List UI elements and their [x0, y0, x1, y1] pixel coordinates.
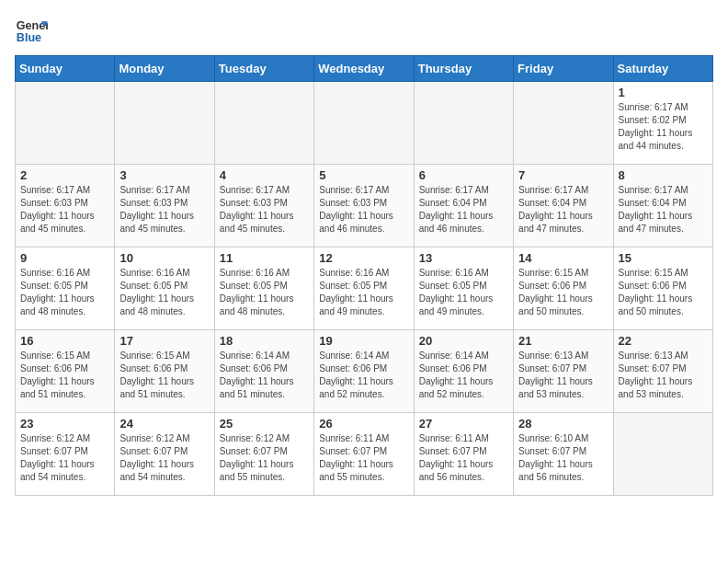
day-info: Sunrise: 6:11 AM Sunset: 6:07 PM Dayligh… [319, 432, 408, 484]
calendar-cell: 6Sunrise: 6:17 AM Sunset: 6:04 PM Daylig… [414, 165, 513, 247]
calendar-cell: 19Sunrise: 6:14 AM Sunset: 6:06 PM Dayli… [314, 330, 414, 413]
calendar-cell: 15Sunrise: 6:15 AM Sunset: 6:06 PM Dayli… [613, 247, 712, 330]
calendar-cell: 12Sunrise: 6:16 AM Sunset: 6:05 PM Dayli… [314, 247, 414, 330]
day-info: Sunrise: 6:17 AM Sunset: 6:03 PM Dayligh… [20, 184, 109, 236]
day-info: Sunrise: 6:12 AM Sunset: 6:07 PM Dayligh… [119, 432, 209, 484]
logo: General Blue [15, 15, 48, 48]
day-info: Sunrise: 6:14 AM Sunset: 6:06 PM Dayligh… [319, 350, 408, 401]
day-number: 15 [619, 251, 708, 265]
week-row-3: 16Sunrise: 6:15 AM Sunset: 6:06 PM Dayli… [16, 330, 713, 413]
day-number: 1 [619, 86, 708, 99]
day-number: 26 [319, 417, 408, 431]
day-info: Sunrise: 6:14 AM Sunset: 6:06 PM Dayligh… [419, 350, 508, 401]
day-info: Sunrise: 6:15 AM Sunset: 6:06 PM Dayligh… [619, 267, 708, 318]
calendar-cell [613, 413, 712, 496]
calendar-cell [115, 82, 214, 165]
day-info: Sunrise: 6:16 AM Sunset: 6:05 PM Dayligh… [319, 267, 408, 318]
page-header: General Blue [15, 15, 713, 48]
day-number: 9 [20, 251, 109, 265]
logo-icon: General Blue [15, 15, 48, 48]
day-info: Sunrise: 6:15 AM Sunset: 6:06 PM Dayligh… [20, 350, 109, 401]
weekday-header-friday: Friday [514, 56, 613, 82]
day-number: 16 [20, 334, 109, 348]
calendar-cell: 28Sunrise: 6:10 AM Sunset: 6:07 PM Dayli… [514, 413, 613, 496]
calendar-cell [314, 82, 414, 165]
calendar-cell [514, 82, 613, 165]
calendar-cell: 9Sunrise: 6:16 AM Sunset: 6:05 PM Daylig… [16, 247, 115, 330]
day-info: Sunrise: 6:16 AM Sunset: 6:05 PM Dayligh… [20, 267, 109, 318]
week-row-0: 1Sunrise: 6:17 AM Sunset: 6:02 PM Daylig… [16, 82, 713, 165]
calendar-cell: 1Sunrise: 6:17 AM Sunset: 6:02 PM Daylig… [613, 82, 712, 165]
weekday-header-sunday: Sunday [16, 56, 115, 82]
day-number: 24 [119, 417, 209, 431]
calendar-cell: 17Sunrise: 6:15 AM Sunset: 6:06 PM Dayli… [115, 330, 214, 413]
calendar-header: SundayMondayTuesdayWednesdayThursdayFrid… [16, 56, 713, 82]
svg-text:Blue: Blue [17, 31, 41, 44]
day-number: 21 [518, 334, 608, 348]
day-number: 12 [319, 251, 408, 265]
day-number: 10 [119, 251, 209, 265]
calendar-cell: 13Sunrise: 6:16 AM Sunset: 6:05 PM Dayli… [414, 247, 513, 330]
day-number: 11 [220, 251, 309, 265]
calendar-cell: 5Sunrise: 6:17 AM Sunset: 6:03 PM Daylig… [314, 165, 414, 247]
day-number: 5 [319, 168, 408, 182]
calendar-table: SundayMondayTuesdayWednesdayThursdayFrid… [15, 55, 713, 496]
week-row-2: 9Sunrise: 6:16 AM Sunset: 6:05 PM Daylig… [16, 247, 713, 330]
calendar-cell: 23Sunrise: 6:12 AM Sunset: 6:07 PM Dayli… [16, 413, 115, 496]
day-info: Sunrise: 6:16 AM Sunset: 6:05 PM Dayligh… [119, 267, 209, 318]
calendar-cell: 25Sunrise: 6:12 AM Sunset: 6:07 PM Dayli… [214, 413, 313, 496]
day-number: 27 [419, 417, 508, 431]
weekday-header-wednesday: Wednesday [314, 56, 414, 82]
calendar-cell [414, 82, 513, 165]
day-number: 6 [419, 168, 508, 182]
weekday-header-monday: Monday [115, 56, 214, 82]
day-info: Sunrise: 6:17 AM Sunset: 6:02 PM Dayligh… [619, 101, 708, 153]
day-info: Sunrise: 6:13 AM Sunset: 6:07 PM Dayligh… [518, 350, 608, 401]
calendar-cell: 16Sunrise: 6:15 AM Sunset: 6:06 PM Dayli… [16, 330, 115, 413]
day-number: 14 [518, 251, 608, 265]
week-row-1: 2Sunrise: 6:17 AM Sunset: 6:03 PM Daylig… [16, 165, 713, 247]
weekday-header-thursday: Thursday [414, 56, 513, 82]
day-number: 8 [619, 168, 708, 182]
calendar-cell: 27Sunrise: 6:11 AM Sunset: 6:07 PM Dayli… [414, 413, 513, 496]
weekday-header-tuesday: Tuesday [214, 56, 313, 82]
day-number: 22 [619, 334, 708, 348]
weekday-header-saturday: Saturday [613, 56, 712, 82]
day-number: 19 [319, 334, 408, 348]
calendar-cell: 24Sunrise: 6:12 AM Sunset: 6:07 PM Dayli… [115, 413, 214, 496]
day-number: 25 [220, 417, 309, 431]
calendar-cell: 8Sunrise: 6:17 AM Sunset: 6:04 PM Daylig… [613, 165, 712, 247]
calendar-cell: 22Sunrise: 6:13 AM Sunset: 6:07 PM Dayli… [613, 330, 712, 413]
day-info: Sunrise: 6:10 AM Sunset: 6:07 PM Dayligh… [518, 432, 608, 484]
day-number: 28 [518, 417, 608, 431]
calendar-cell: 14Sunrise: 6:15 AM Sunset: 6:06 PM Dayli… [514, 247, 613, 330]
day-number: 17 [119, 334, 209, 348]
calendar-cell: 2Sunrise: 6:17 AM Sunset: 6:03 PM Daylig… [16, 165, 115, 247]
day-info: Sunrise: 6:15 AM Sunset: 6:06 PM Dayligh… [518, 267, 608, 318]
day-info: Sunrise: 6:12 AM Sunset: 6:07 PM Dayligh… [220, 432, 309, 484]
day-info: Sunrise: 6:17 AM Sunset: 6:04 PM Dayligh… [419, 184, 508, 236]
calendar-cell [214, 82, 313, 165]
week-row-4: 23Sunrise: 6:12 AM Sunset: 6:07 PM Dayli… [16, 413, 713, 496]
day-number: 20 [419, 334, 508, 348]
calendar-cell: 26Sunrise: 6:11 AM Sunset: 6:07 PM Dayli… [314, 413, 414, 496]
day-info: Sunrise: 6:17 AM Sunset: 6:03 PM Dayligh… [319, 184, 408, 236]
calendar-cell: 7Sunrise: 6:17 AM Sunset: 6:04 PM Daylig… [514, 165, 613, 247]
day-number: 7 [518, 168, 608, 182]
calendar-cell: 4Sunrise: 6:17 AM Sunset: 6:03 PM Daylig… [214, 165, 313, 247]
day-info: Sunrise: 6:17 AM Sunset: 6:03 PM Dayligh… [220, 184, 309, 236]
day-number: 23 [20, 417, 109, 431]
calendar-cell: 10Sunrise: 6:16 AM Sunset: 6:05 PM Dayli… [115, 247, 214, 330]
calendar-cell: 21Sunrise: 6:13 AM Sunset: 6:07 PM Dayli… [514, 330, 613, 413]
day-info: Sunrise: 6:16 AM Sunset: 6:05 PM Dayligh… [220, 267, 309, 318]
day-info: Sunrise: 6:16 AM Sunset: 6:05 PM Dayligh… [419, 267, 508, 318]
day-info: Sunrise: 6:17 AM Sunset: 6:04 PM Dayligh… [518, 184, 608, 236]
calendar-cell: 3Sunrise: 6:17 AM Sunset: 6:03 PM Daylig… [115, 165, 214, 247]
day-info: Sunrise: 6:17 AM Sunset: 6:03 PM Dayligh… [119, 184, 209, 236]
day-number: 18 [220, 334, 309, 348]
day-number: 2 [20, 168, 109, 182]
day-info: Sunrise: 6:14 AM Sunset: 6:06 PM Dayligh… [220, 350, 309, 401]
day-number: 4 [220, 168, 309, 182]
day-info: Sunrise: 6:13 AM Sunset: 6:07 PM Dayligh… [619, 350, 708, 401]
day-info: Sunrise: 6:15 AM Sunset: 6:06 PM Dayligh… [119, 350, 209, 401]
